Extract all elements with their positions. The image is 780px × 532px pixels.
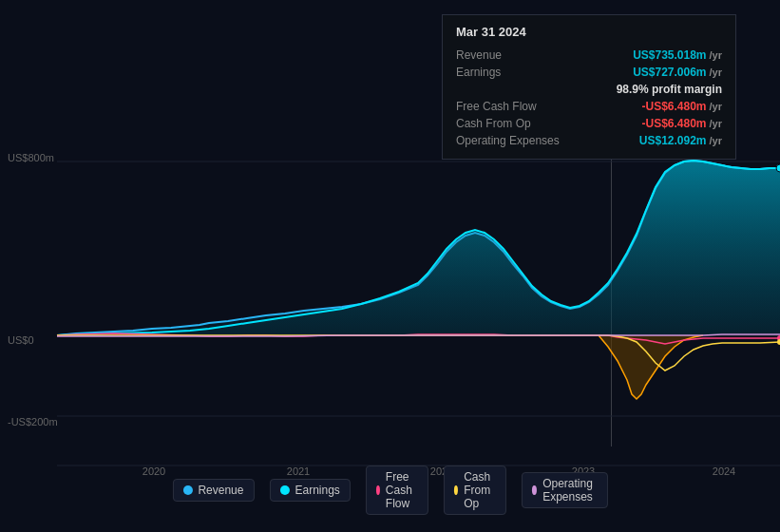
tooltip-row-opex: Operating Expenses US$12.092m/yr [456,132,722,149]
tooltip-value-cashop: -US$6.480m/yr [641,117,722,130]
chart-svg [0,152,780,475]
tooltip-label-earnings: Earnings [456,66,633,79]
legend-label-fcf: Free Cash Flow [386,470,418,510]
tooltip-value-fcf: -US$6.480m/yr [641,100,722,113]
earnings-fill [57,161,780,335]
tooltip-value-earnings: US$727.006m/yr [633,66,722,79]
legend-label-cashop: Cash From Op [464,470,496,510]
tooltip-value-opex: US$12.092m/yr [639,134,722,147]
tooltip-value-revenue: US$735.018m/yr [633,48,722,62]
legend-item-earnings[interactable]: Earnings [269,479,350,502]
negative-earnings-fill [599,335,703,399]
legend-dot-fcf [376,485,380,495]
legend-item-revenue[interactable]: Revenue [172,479,254,502]
tooltip-value-margin: 98.9% profit margin [617,83,722,96]
legend-dot-revenue [182,485,192,495]
earnings-dot [776,164,780,172]
tooltip-row-margin: 98.9% profit margin [456,81,722,98]
legend-item-fcf[interactable]: Free Cash Flow [366,466,428,515]
tooltip-date: Mar 31 2024 [456,25,722,39]
chart-container: Mar 31 2024 Revenue US$735.018m/yr Earni… [0,0,780,532]
legend-dot-opex [532,485,537,495]
legend-dot-cashop [454,485,458,495]
legend-item-opex[interactable]: Operating Expenses [522,472,608,508]
tooltip-box: Mar 31 2024 Revenue US$735.018m/yr Earni… [442,14,736,160]
tooltip-row-cashop: Cash From Op -US$6.480m/yr [456,115,722,132]
tooltip-label-cashop: Cash From Op [456,117,641,130]
tooltip-label-revenue: Revenue [456,48,633,62]
tooltip-row-revenue: Revenue US$735.018m/yr [456,47,722,64]
tooltip-label-fcf: Free Cash Flow [456,100,641,113]
tooltip-row-earnings: Earnings US$727.006m/yr [456,64,722,81]
legend-label-opex: Operating Expenses [542,477,597,504]
legend-label-earnings: Earnings [295,484,339,497]
legend-dot-earnings [279,485,289,495]
legend-label-revenue: Revenue [198,484,243,497]
chart-legend: Revenue Earnings Free Cash Flow Cash Fro… [172,466,607,515]
tooltip-label-opex: Operating Expenses [456,134,639,147]
legend-item-cashop[interactable]: Cash From Op [444,466,506,515]
tooltip-row-fcf: Free Cash Flow -US$6.480m/yr [456,98,722,115]
